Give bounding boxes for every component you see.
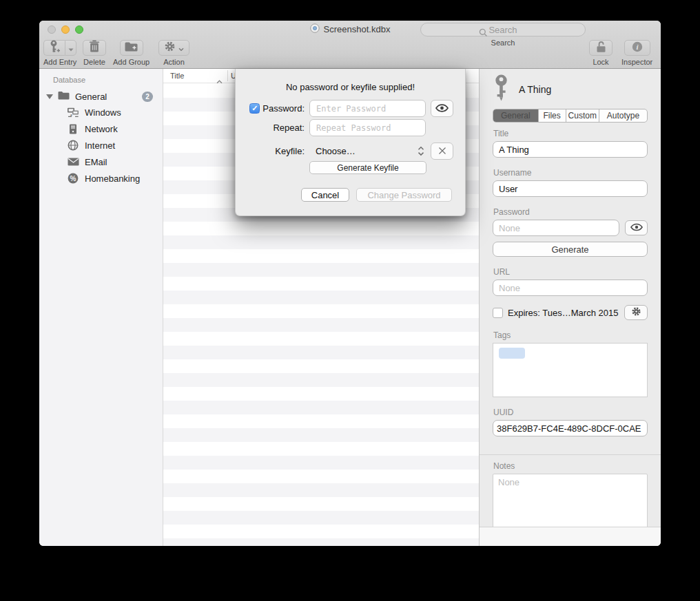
inspector-header: A Thing [493,74,648,105]
sidebar-item-label: Network [85,124,118,134]
url-field-label: URL [493,267,648,277]
username-field-label: Username [493,168,648,178]
username-field[interactable] [493,180,648,197]
padlock-open-icon [596,41,606,56]
enter-password-field[interactable] [309,100,426,117]
notes-label: Notes [493,461,648,471]
keyfile-label: Keyfile: [275,146,305,156]
reveal-password-button[interactable] [431,100,453,117]
eye-icon [435,103,449,115]
inspector-label: Inspector [621,58,652,66]
svg-text:*: * [70,113,72,117]
delete-button[interactable] [83,40,106,56]
sidebar-item-homebanking[interactable]: % Homebanking [39,170,163,187]
titlebar-toolbar: Screenshot.kdbx Add Entry [39,21,661,69]
sidebar: Database General 2 * Windows [39,69,163,546]
tags-label: Tags [493,330,648,340]
password-checkbox[interactable]: ✓ [249,103,260,114]
password-field[interactable] [493,220,619,236]
search-label: Search [491,39,515,47]
tags-field[interactable] [493,343,648,397]
window-title: Screenshot.kdbx [324,24,391,34]
expires-label: Expires: Tues…March 2015 [508,308,619,318]
password-field-label: Password [493,207,648,217]
tab-general[interactable]: General [493,109,538,122]
popup-stepper-icon [418,146,424,156]
add-entry-label: Add Entry [43,58,76,66]
generate-password-button[interactable]: Generate [493,242,648,257]
add-entry-button[interactable] [43,40,65,56]
notes-field[interactable] [493,474,648,527]
action-toolbar-item: Action [158,40,189,66]
sidebar-item-windows[interactable]: * Windows [39,104,163,120]
sidebar-item-label: Internet [85,140,115,151]
action-label: Action [163,58,185,66]
repeat-label: Repeat: [273,123,305,133]
generate-keyfile-button[interactable]: Generate Keyfile [309,161,426,174]
entry-count-badge: 2 [142,92,153,102]
expires-checkbox[interactable] [493,308,503,318]
repeat-password-field[interactable] [309,119,426,136]
action-button[interactable] [158,40,189,56]
inspector-toolbar-item: i Inspector [621,40,652,66]
sidebar-item-label: EMail [85,157,107,167]
cancel-button[interactable]: Cancel [301,188,349,202]
keyfile-popup-value: Choose… [316,146,356,156]
uuid-field[interactable] [493,420,648,436]
add-entry-dropdown-button[interactable] [65,40,76,56]
search-input[interactable] [420,23,586,36]
inspector-button[interactable]: i [624,40,650,56]
tab-custom[interactable]: Custom [566,109,599,122]
sidebar-item-label: Windows [85,107,121,118]
key-icon [493,74,510,105]
add-group-label: Add Group [113,58,150,66]
trash-icon [89,40,100,56]
lock-label: Lock [593,58,608,66]
sheet-message: No password or keyfile supplied! [236,82,465,92]
change-password-button[interactable]: Change Password [356,188,452,202]
desktop-background: Screenshot.kdbx Add Entry [0,0,700,601]
add-group-button[interactable] [120,40,143,56]
sidebar-item-internet[interactable]: Internet [39,137,163,154]
inspector-tabs: General Files Custom Autotype [493,109,648,123]
sidebar-item-general[interactable]: General 2 [39,89,163,104]
disclosure-triangle-icon[interactable] [46,94,53,99]
sidebar-item-network[interactable]: Network [39,120,163,137]
sidebar-item-email[interactable]: EMail [39,154,163,170]
percent-icon: % [67,173,79,184]
column-header-title[interactable]: Title [170,72,184,80]
expires-settings-button[interactable] [624,305,648,320]
globe-icon [67,140,79,151]
entry-title: A Thing [519,84,551,95]
chevron-down-icon [178,42,184,54]
gear-icon [631,306,641,319]
envelope-icon [67,158,79,166]
info-icon: i [632,41,643,55]
tag-pill[interactable] [499,348,525,359]
workgroup-icon: * [67,107,79,118]
reveal-password-button[interactable] [625,220,648,235]
clear-keyfile-button[interactable] [431,143,453,160]
gear-icon [164,41,176,55]
keyfile-popup[interactable]: Choose… [309,146,426,156]
title-field[interactable] [493,141,648,158]
title-field-label: Title [493,129,648,138]
inspector-panel: A Thing General Files Custom Autotype Ti… [479,69,661,546]
search-area: Search [420,23,586,47]
lock-button[interactable] [589,40,612,56]
tab-autotype[interactable]: Autotype [599,109,647,122]
eye-icon [630,222,643,234]
add-entry-toolbar-item: Add Entry [43,40,76,66]
section-divider [480,454,661,455]
folder-icon [58,90,70,103]
server-icon [67,124,79,134]
sidebar-item-label: Homebanking [85,173,140,184]
folder-plus-icon [125,41,138,54]
url-field[interactable] [493,280,648,296]
column-divider[interactable] [227,70,228,81]
chevron-down-icon [68,42,74,54]
key-plus-icon [49,40,61,56]
inspector-content: A Thing General Files Custom Autotype Ti… [480,69,661,527]
lock-toolbar-item: Lock [589,40,612,66]
tab-files[interactable]: Files [538,109,566,122]
